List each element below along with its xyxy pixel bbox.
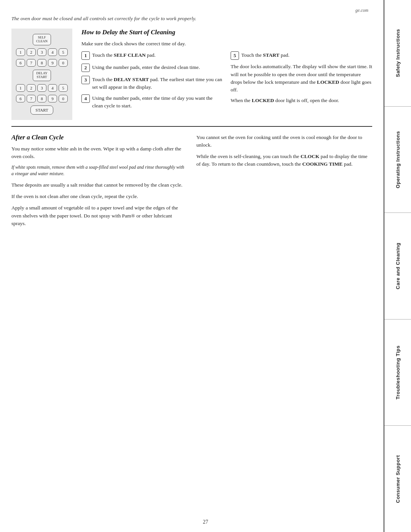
delay-start-key: DELAYSTART xyxy=(33,70,51,81)
step-3: 3 Touch the DELAY START pad. The earlies… xyxy=(81,76,223,91)
step-1: 1 Touch the SELF CLEAN pad. xyxy=(81,51,223,60)
key-1: 1 xyxy=(16,48,25,56)
step-4-text: Using the number pads, enter the time of… xyxy=(92,94,223,109)
key-4: 4 xyxy=(48,48,57,56)
keypad-diagram: SELFCLEAN 1 2 3 4 5 6 7 8 9 0 DELAYSTART… xyxy=(11,29,72,120)
top-section: SELFCLEAN 1 2 3 4 5 6 7 8 9 0 DELAYSTART… xyxy=(11,29,372,127)
step-3-text: Touch the DELAY START pad. The earliest … xyxy=(92,76,223,91)
key-7b: 7 xyxy=(27,95,36,102)
bottom-section: After a Clean Cycle You may notice some … xyxy=(11,127,372,232)
key-9b: 9 xyxy=(48,95,57,102)
key-3b: 3 xyxy=(37,84,46,92)
instructions-column: How to Delay the Start of Cleaning Make … xyxy=(81,29,372,120)
keypad-row-3: 1 2 3 4 5 xyxy=(16,84,68,92)
key-4b: 4 xyxy=(48,84,57,92)
key-5: 5 xyxy=(59,48,68,56)
self-clean-key: SELFCLEAN xyxy=(33,34,51,45)
keypad-row-2: 6 7 8 9 0 xyxy=(16,59,68,67)
after-para4: If the oven is not clean after one clean… xyxy=(11,193,187,200)
steps-grid: 1 Touch the SELF CLEAN pad. 2 Using the … xyxy=(81,51,372,113)
key-0: 0 xyxy=(59,59,68,67)
key-9: 9 xyxy=(48,59,57,67)
step-2-number: 2 xyxy=(81,64,90,72)
step-4-number: 4 xyxy=(81,94,90,103)
sidebar-section-operating[interactable]: Operating Instructions xyxy=(384,107,411,213)
sidebar-section-consumer[interactable]: Consumer Support xyxy=(384,426,411,532)
step-1-text: Touch the SELF CLEAN pad. xyxy=(92,51,223,59)
step-2-text: Using the number pads, enter the desired… xyxy=(92,64,223,71)
key-1b: 1 xyxy=(16,84,25,92)
ge-com-label: ge.com xyxy=(11,8,372,13)
after-para1: You may notice some white ash in the ove… xyxy=(11,145,187,161)
sidebar-label-safety: Safety Instructions xyxy=(395,29,401,77)
step-3-number: 3 xyxy=(81,76,90,84)
key-3: 3 xyxy=(37,48,46,56)
step-5: 5 Touch the START pad. xyxy=(231,51,372,60)
step5-para1: The door locks automatically. The displa… xyxy=(231,63,372,94)
step-2: 2 Using the number pads, enter the desir… xyxy=(81,64,223,72)
keypad-row-1: 1 2 3 4 5 xyxy=(16,48,68,56)
step-5-number: 5 xyxy=(231,51,239,60)
bottom-right-col: You cannot set the oven for cooking unti… xyxy=(196,134,372,232)
sidebar-label-consumer: Consumer Support xyxy=(395,455,401,503)
bottom-left-col: After a Clean Cycle You may notice some … xyxy=(11,134,187,232)
intro-line: The oven door must be closed and all con… xyxy=(11,16,372,22)
after-para2-italic: If white spots remain, remove them with … xyxy=(11,164,187,177)
step5-para2: When the LOCKED door light is off, open … xyxy=(231,97,372,104)
step-4: 4 Using the number pads, enter the time … xyxy=(81,94,223,109)
keypad-row-4: 6 7 8 9 0 xyxy=(16,95,68,102)
section-title-delay: How to Delay the Start of Cleaning xyxy=(81,29,372,36)
after-clean-title: After a Clean Cycle xyxy=(11,134,187,141)
sidebar-label-care: Care and Cleaning xyxy=(395,243,401,289)
top-intro-text: Make sure the clock shows the correct ti… xyxy=(81,40,372,48)
sidebar-label-troubleshooting: Troubleshooting Tips xyxy=(395,345,401,399)
step-5-text: Touch the START pad. xyxy=(241,51,372,59)
after-right-para2: While the oven is self-cleaning, you can… xyxy=(196,153,372,168)
key-7: 7 xyxy=(27,59,36,67)
sidebar-section-care[interactable]: Care and Cleaning xyxy=(384,213,411,320)
key-6b: 6 xyxy=(16,95,25,102)
sidebar-section-safety[interactable]: Safety Instructions xyxy=(384,0,411,107)
steps-left-col: 1 Touch the SELF CLEAN pad. 2 Using the … xyxy=(81,51,223,113)
sidebar-label-operating: Operating Instructions xyxy=(395,131,401,188)
step-1-number: 1 xyxy=(81,51,90,60)
steps-right-col: 5 Touch the START pad. The door locks au… xyxy=(231,51,372,113)
after-para5: Apply a small amount of vegetable oil to… xyxy=(11,204,187,227)
sidebar: Safety Instructions Operating Instructio… xyxy=(384,0,411,532)
key-8b: 8 xyxy=(37,95,46,102)
key-8: 8 xyxy=(37,59,46,67)
start-key: START xyxy=(30,105,53,115)
key-6: 6 xyxy=(16,59,25,67)
after-para3: These deposits are usually a salt residu… xyxy=(11,181,187,189)
key-0b: 0 xyxy=(59,95,68,102)
sidebar-section-troubleshooting[interactable]: Troubleshooting Tips xyxy=(384,320,411,426)
key-2b: 2 xyxy=(27,84,36,92)
after-right-para1: You cannot set the oven for cooking unti… xyxy=(196,134,372,149)
key-5b: 5 xyxy=(59,84,68,92)
main-content: ge.com The oven door must be closed and … xyxy=(0,0,384,532)
key-2: 2 xyxy=(27,48,36,56)
page-number: 27 xyxy=(203,519,208,525)
